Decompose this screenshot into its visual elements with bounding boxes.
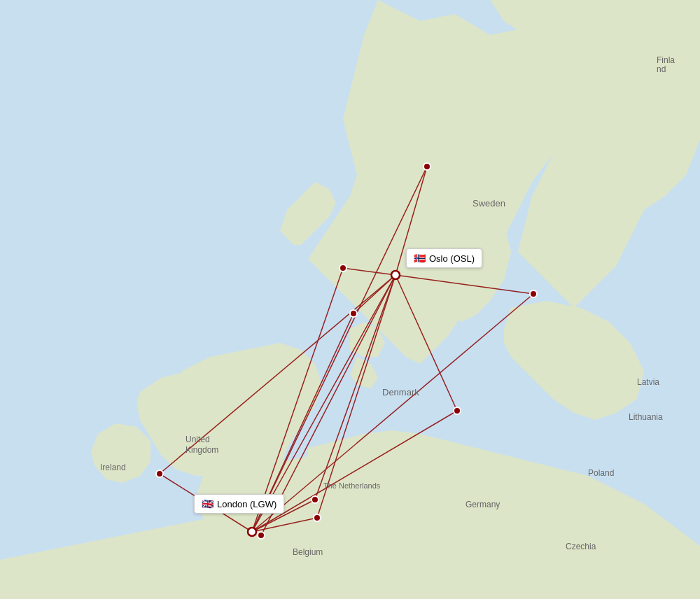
svg-point-23 <box>530 290 537 297</box>
label-poland: Poland <box>588 468 614 478</box>
label-sweden: Sweden <box>472 198 505 209</box>
svg-point-26 <box>156 470 163 477</box>
label-finland2: nd <box>657 64 666 74</box>
label-belgium: Belgium <box>293 547 323 557</box>
label-lithuania: Lithuania <box>629 412 663 422</box>
label-latvia: Latvia <box>637 377 659 387</box>
label-germany: Germany <box>465 500 500 509</box>
svg-point-22 <box>454 407 461 414</box>
label-netherlands: The Netherlands <box>323 481 381 490</box>
label-denmark: Denmark <box>382 387 419 397</box>
oslo-flag: 🇳🇴 <box>414 253 426 264</box>
svg-point-20 <box>340 265 346 272</box>
london-label[interactable]: 🇬🇧 London (LGW) <box>194 494 284 514</box>
label-finland: Finla <box>657 55 675 65</box>
label-uk: United <box>186 435 210 444</box>
london-flag: 🇬🇧 <box>202 498 214 509</box>
label-czechia: Czechia <box>566 542 596 551</box>
oslo-label[interactable]: 🇳🇴 Oslo (OSL) <box>406 248 482 268</box>
label-ireland: Ireland <box>100 463 126 472</box>
svg-point-27 <box>258 532 265 539</box>
oslo-label-text: Oslo (OSL) <box>429 253 475 264</box>
london-label-text: London (LGW) <box>217 499 276 509</box>
svg-point-28 <box>391 271 400 279</box>
svg-point-25 <box>314 514 321 521</box>
map-svg: Sweden Denmark Latvia Lithuania Poland G… <box>0 0 700 599</box>
svg-point-29 <box>248 528 256 536</box>
svg-point-19 <box>424 163 430 170</box>
svg-point-21 <box>350 310 357 317</box>
label-uk2: Kingdom <box>186 445 218 455</box>
map-container: Sweden Denmark Latvia Lithuania Poland G… <box>0 0 700 599</box>
svg-point-24 <box>312 496 318 503</box>
